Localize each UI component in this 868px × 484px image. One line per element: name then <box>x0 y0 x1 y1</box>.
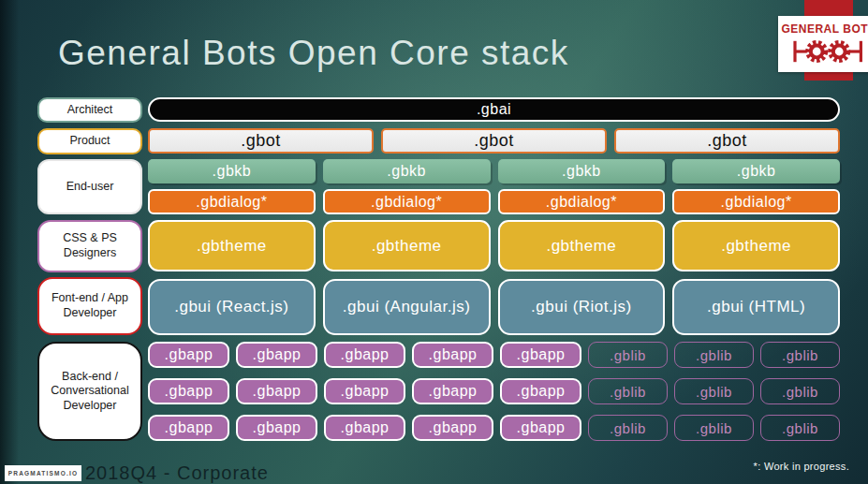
gbapp-box: .gbapp <box>500 378 581 404</box>
role-label-frontend-app-developer: Font-end / App Developer <box>37 277 142 335</box>
work-in-progress-note: *: Work in progress. <box>754 461 849 472</box>
row-gbdialog: .gbdialog* .gbdialog* .gbdialog* .gbdial… <box>148 189 840 214</box>
gbdialog-box: .gbdialog* <box>498 189 666 214</box>
gbapp-box: .gbapp <box>148 415 229 441</box>
gblib-box: .gblib <box>760 378 840 404</box>
gbdialog-box: .gbdialog* <box>672 189 840 214</box>
gbapp-box: .gbapp <box>236 415 317 441</box>
role-label-product: Product <box>37 128 142 154</box>
row-gbot: .gbot .gbot .gbot <box>148 128 840 154</box>
gbdialog-box: .gbdialog* <box>323 189 491 214</box>
gbui-angular-box: .gbui (Angular.js) <box>323 279 491 335</box>
role-label-architect: Architect <box>37 97 142 123</box>
gbtheme-box: .gbtheme <box>498 220 666 271</box>
pragmatismo-watermark: PRAGMATISMO.IO <box>5 465 81 481</box>
gbapp-box: .gbapp <box>324 415 405 441</box>
role-label-end-user: End-user <box>37 159 142 214</box>
gbapp-box: .gbapp <box>148 378 229 404</box>
gbtheme-box: .gbtheme <box>148 220 316 271</box>
gbkb-box: .gbkb <box>148 159 316 183</box>
role-label-backend-conversational-developer: Back-end / Conversational Developer <box>37 342 142 441</box>
slide: General Bots Open Core stack GENERAL BOT… <box>0 0 868 484</box>
slide-footer-label: 2018Q4 - Corporate <box>85 462 269 484</box>
gbui-riot-box: .gbui (Riot.js) <box>498 279 666 335</box>
gbapp-box: .gbapp <box>412 415 493 441</box>
row-gbui: .gbui (React.js) .gbui (Angular.js) .gbu… <box>148 279 840 335</box>
gbapp-box: .gbapp <box>236 378 317 404</box>
gbtheme-box: .gbtheme <box>672 220 840 271</box>
gbkb-box: .gbkb <box>323 159 491 183</box>
gbot-box: .gbot <box>148 128 374 154</box>
logo-brand-text: GENERAL BOTS <box>781 22 868 36</box>
gblib-box: .gblib <box>674 342 754 368</box>
gbapp-box: .gbapp <box>412 342 493 368</box>
gbai-box: .gbai <box>148 97 840 122</box>
page-title: General Bots Open Core stack <box>58 34 569 73</box>
gblib-box: .gblib <box>588 342 668 368</box>
gbot-box: .gbot <box>614 128 840 154</box>
gbdialog-box: .gbdialog* <box>148 189 316 214</box>
gbot-box: .gbot <box>381 128 607 154</box>
gblib-box: .gblib <box>588 415 668 441</box>
dev-row-2: .gbapp .gbapp .gbapp .gbapp .gbapp .gbli… <box>148 378 840 404</box>
gblib-box: .gblib <box>674 378 754 404</box>
gbapp-box: .gbapp <box>324 378 405 404</box>
gbapp-box: .gbapp <box>236 342 317 368</box>
gbui-html-box: .gbui (HTML) <box>672 279 840 335</box>
gbapp-box: .gbapp <box>148 342 229 368</box>
gblib-box: .gblib <box>760 415 840 441</box>
row-gbkb: .gbkb .gbkb .gbkb .gbkb <box>148 159 840 183</box>
gears-icon <box>790 37 867 66</box>
gbapp-box: .gbapp <box>324 342 405 368</box>
row-gbtheme: .gbtheme .gbtheme .gbtheme .gbtheme <box>148 220 840 271</box>
gblib-box: .gblib <box>588 378 668 404</box>
dev-row-3: .gbapp .gbapp .gbapp .gbapp .gbapp .gbli… <box>148 415 840 441</box>
gbkb-box: .gbkb <box>672 159 840 183</box>
logo-card: GENERAL BOTS <box>778 16 868 72</box>
gblib-box: .gblib <box>760 342 840 368</box>
gbapp-box: .gbapp <box>412 378 493 404</box>
gbtheme-box: .gbtheme <box>323 220 491 271</box>
role-label-css-ps-designers: CSS & PS Designers <box>37 220 142 272</box>
row-gbai: .gbai <box>148 97 840 122</box>
gbkb-box: .gbkb <box>498 159 666 183</box>
gblib-box: .gblib <box>674 415 754 441</box>
general-bots-logo: GENERAL BOTS <box>718 0 868 94</box>
dev-row-1: .gbapp .gbapp .gbapp .gbapp .gbapp .gbli… <box>148 342 840 368</box>
gbui-react-box: .gbui (React.js) <box>148 279 316 335</box>
gbapp-box: .gbapp <box>500 342 581 368</box>
gbapp-box: .gbapp <box>500 415 581 441</box>
